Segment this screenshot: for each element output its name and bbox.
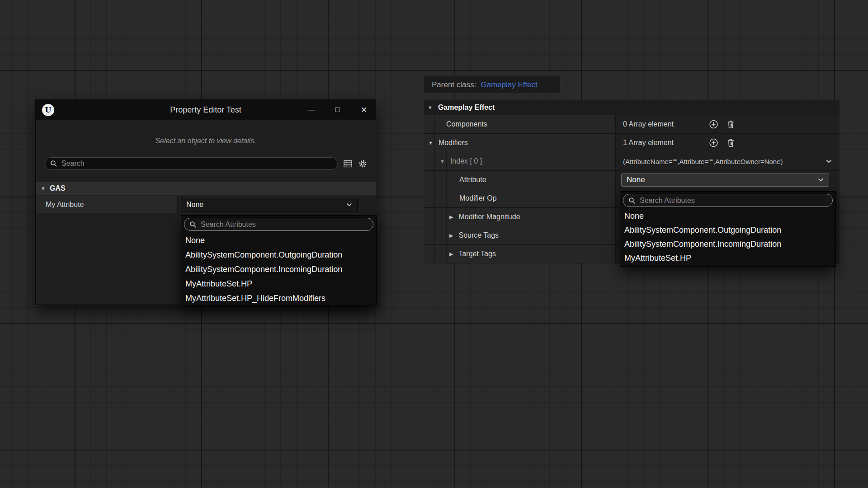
row-label: Source Tags: [458, 231, 499, 239]
parent-class-link[interactable]: Gameplay Effect: [481, 80, 537, 89]
attribute-combobox[interactable]: None: [621, 174, 829, 187]
row-label: Modifier Magnitude: [458, 213, 520, 221]
expander-icon[interactable]: ▼: [440, 159, 445, 164]
expander-icon[interactable]: ▶: [449, 252, 453, 257]
attribute-picker-popup: None AbilitySystemComponent.OutgoingDura…: [620, 191, 836, 267]
attribute-option[interactable]: MyAttributeSet.HP: [620, 251, 835, 265]
search-icon: [189, 221, 197, 228]
attribute-option-none[interactable]: None: [181, 233, 376, 248]
attributes-search-input[interactable]: [640, 197, 827, 205]
parent-class-label: Parent class:: [432, 80, 476, 89]
attributes-search-box: [623, 194, 833, 207]
property-editor-window: U Property Editor Test — □ ✕ Select an o…: [35, 99, 376, 305]
attributes-search-input[interactable]: [201, 221, 368, 229]
delete-array-icon[interactable]: [727, 139, 735, 147]
property-label: My Attribute: [36, 196, 178, 213]
unreal-logo-icon: U: [42, 104, 54, 116]
row-label: Target Tags: [458, 250, 495, 258]
attribute-option[interactable]: MyAttributeSet.HP: [181, 277, 376, 291]
details-search-box: [45, 157, 338, 170]
attribute-picker-popup: None AbilitySystemComponent.OutgoingDura…: [181, 215, 377, 305]
collapse-arrow-icon: ▼: [428, 105, 433, 110]
attribute-option-none[interactable]: None: [620, 209, 835, 223]
window-titlebar[interactable]: U Property Editor Test — □ ✕: [36, 100, 376, 120]
struct-preview: (AttributeName="",Attribute="",Attribute…: [623, 158, 783, 165]
row-label: Attribute: [459, 176, 486, 184]
row-components: Components 0 Array element: [424, 115, 840, 134]
search-icon: [628, 197, 636, 204]
row-label: Index [ 0 ]: [450, 157, 482, 165]
attribute-option[interactable]: AbilitySystemComponent.IncomingDuration: [181, 262, 376, 277]
add-array-element-icon[interactable]: [709, 120, 718, 129]
search-icon: [50, 160, 57, 167]
expander-icon[interactable]: ▼: [428, 141, 433, 145]
attribute-option[interactable]: AbilitySystemComponent.IncomingDuration: [620, 237, 835, 251]
attribute-option[interactable]: AbilitySystemComponent.OutgoingDuration: [620, 223, 835, 237]
category-header-gameplay-effect[interactable]: ▼ Gameplay Effect: [424, 100, 840, 115]
property-row-my-attribute: My Attribute None: [36, 196, 376, 213]
delete-array-icon[interactable]: [727, 120, 735, 129]
combobox-value: None: [186, 201, 203, 209]
chevron-down-icon[interactable]: [826, 160, 832, 163]
attributes-search-box: [184, 218, 373, 231]
no-selection-hint: Select an object to view details.: [36, 137, 376, 145]
row-label: Modifiers: [439, 139, 468, 147]
chevron-down-icon: [346, 203, 352, 206]
row-modifiers: ▼ Modifiers 1 Array element: [424, 134, 840, 152]
minimize-button[interactable]: —: [306, 105, 317, 115]
add-array-element-icon[interactable]: [709, 138, 718, 148]
combobox-value: None: [627, 175, 645, 184]
expander-icon[interactable]: ▶: [449, 215, 453, 220]
row-index-0: ▼ Index [ 0 ] (AttributeName="",Attribut…: [424, 152, 840, 171]
maximize-button[interactable]: □: [332, 105, 343, 115]
collapse-arrow-icon: ▼: [41, 186, 46, 191]
category-header-gas[interactable]: ▼ GAS: [36, 182, 376, 195]
attribute-option[interactable]: AbilitySystemComponent.OutgoingDuration: [181, 248, 376, 262]
expander-icon[interactable]: ▶: [449, 233, 453, 238]
row-label: Components: [446, 120, 487, 128]
close-button[interactable]: ✕: [359, 105, 369, 115]
graph-editor-background: U Property Editor Test — □ ✕ Select an o…: [0, 0, 868, 488]
parent-class-bar: Parent class: Gameplay Effect: [424, 76, 560, 93]
array-count: 1 Array element: [623, 139, 674, 147]
view-options-icon[interactable]: [344, 160, 352, 168]
my-attribute-combobox[interactable]: None: [181, 198, 358, 211]
attribute-option[interactable]: MyAttributeSet.HP_HideFromModifiers: [181, 291, 376, 305]
settings-gear-icon[interactable]: [358, 159, 368, 169]
search-input[interactable]: [61, 160, 332, 168]
chevron-down-icon: [818, 178, 824, 182]
category-label: Gameplay Effect: [438, 103, 495, 112]
array-count: 0 Array element: [623, 120, 674, 128]
row-attribute: Attribute None: [424, 171, 840, 189]
row-label: Modifier Op: [459, 194, 497, 202]
category-label: GAS: [50, 184, 66, 192]
